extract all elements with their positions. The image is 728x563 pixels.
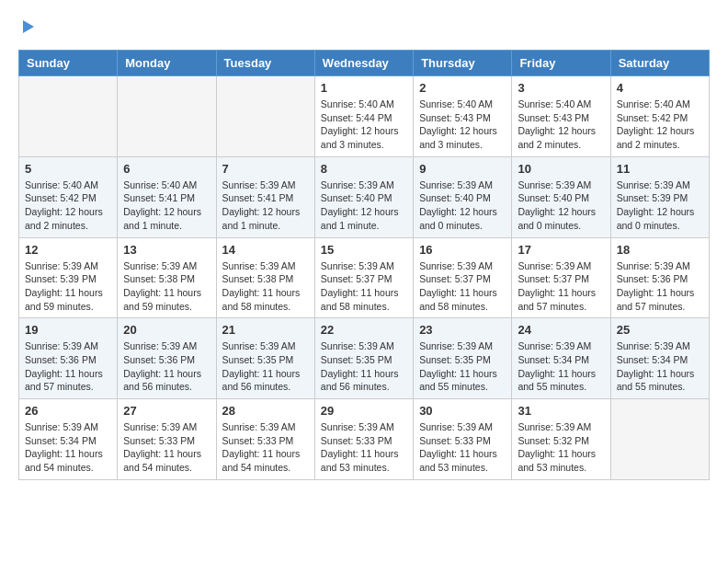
- day-of-week-header: Monday: [118, 51, 216, 76]
- day-info: Sunrise: 5:39 AM Sunset: 5:37 PM Dayligh…: [419, 259, 506, 314]
- day-info: Sunrise: 5:39 AM Sunset: 5:41 PM Dayligh…: [222, 178, 309, 233]
- day-info: Sunrise: 5:39 AM Sunset: 5:36 PM Dayligh…: [123, 339, 210, 394]
- day-info: Sunrise: 5:40 AM Sunset: 5:44 PM Dayligh…: [321, 98, 407, 152]
- day-number: 3: [518, 81, 604, 95]
- calendar-day-cell: [19, 76, 118, 157]
- day-of-week-header: Sunday: [19, 51, 118, 76]
- calendar-week-row: 5Sunrise: 5:40 AM Sunset: 5:42 PM Daylig…: [19, 156, 710, 237]
- day-info: Sunrise: 5:39 AM Sunset: 5:40 PM Dayligh…: [518, 178, 604, 233]
- day-number: 2: [419, 81, 506, 95]
- day-info: Sunrise: 5:39 AM Sunset: 5:40 PM Dayligh…: [419, 178, 506, 233]
- calendar-day-cell: [118, 76, 216, 157]
- calendar-header-row: SundayMondayTuesdayWednesdayThursdayFrid…: [19, 51, 710, 76]
- calendar-day-cell: 19Sunrise: 5:39 AM Sunset: 5:36 PM Dayli…: [19, 318, 118, 399]
- day-number: 13: [123, 243, 210, 257]
- calendar-table: SundayMondayTuesdayWednesdayThursdayFrid…: [18, 50, 710, 480]
- day-info: Sunrise: 5:39 AM Sunset: 5:36 PM Dayligh…: [617, 259, 703, 314]
- calendar-week-row: 1Sunrise: 5:40 AM Sunset: 5:44 PM Daylig…: [19, 76, 710, 157]
- day-info: Sunrise: 5:39 AM Sunset: 5:34 PM Dayligh…: [518, 339, 604, 394]
- calendar-day-cell: 25Sunrise: 5:39 AM Sunset: 5:34 PM Dayli…: [610, 318, 709, 399]
- calendar-day-cell: 22Sunrise: 5:39 AM Sunset: 5:35 PM Dayli…: [314, 318, 413, 399]
- day-number: 9: [419, 162, 506, 176]
- day-of-week-header: Tuesday: [216, 51, 314, 76]
- calendar-day-cell: 12Sunrise: 5:39 AM Sunset: 5:39 PM Dayli…: [19, 237, 118, 318]
- day-info: Sunrise: 5:39 AM Sunset: 5:34 PM Dayligh…: [25, 420, 111, 475]
- calendar-day-cell: 11Sunrise: 5:39 AM Sunset: 5:39 PM Dayli…: [610, 156, 709, 237]
- calendar-day-cell: 13Sunrise: 5:39 AM Sunset: 5:38 PM Dayli…: [118, 237, 216, 318]
- calendar-day-cell: 17Sunrise: 5:39 AM Sunset: 5:37 PM Dayli…: [512, 237, 610, 318]
- day-number: 29: [321, 404, 407, 418]
- day-info: Sunrise: 5:39 AM Sunset: 5:38 PM Dayligh…: [123, 259, 210, 314]
- day-number: 25: [617, 323, 703, 337]
- day-info: Sunrise: 5:39 AM Sunset: 5:38 PM Dayligh…: [222, 259, 309, 314]
- calendar-day-cell: [216, 76, 314, 157]
- day-info: Sunrise: 5:39 AM Sunset: 5:34 PM Dayligh…: [617, 339, 703, 394]
- logo: [18, 18, 37, 35]
- calendar-day-cell: 28Sunrise: 5:39 AM Sunset: 5:33 PM Dayli…: [216, 399, 314, 480]
- day-number: 6: [123, 162, 210, 176]
- calendar-day-cell: 5Sunrise: 5:40 AM Sunset: 5:42 PM Daylig…: [19, 156, 118, 237]
- day-number: 1: [321, 81, 407, 95]
- calendar-day-cell: 2Sunrise: 5:40 AM Sunset: 5:43 PM Daylig…: [414, 76, 512, 157]
- day-of-week-header: Friday: [512, 51, 610, 76]
- calendar-day-cell: 24Sunrise: 5:39 AM Sunset: 5:34 PM Dayli…: [512, 318, 610, 399]
- day-number: 4: [617, 81, 703, 95]
- svg-marker-0: [23, 20, 34, 33]
- day-number: 31: [518, 404, 604, 418]
- day-number: 27: [123, 404, 210, 418]
- calendar-day-cell: 26Sunrise: 5:39 AM Sunset: 5:34 PM Dayli…: [19, 399, 118, 480]
- day-info: Sunrise: 5:39 AM Sunset: 5:37 PM Dayligh…: [518, 259, 604, 314]
- day-info: Sunrise: 5:39 AM Sunset: 5:32 PM Dayligh…: [518, 420, 604, 475]
- calendar-day-cell: 31Sunrise: 5:39 AM Sunset: 5:32 PM Dayli…: [512, 399, 610, 480]
- calendar-week-row: 19Sunrise: 5:39 AM Sunset: 5:36 PM Dayli…: [19, 318, 710, 399]
- day-number: 28: [222, 404, 309, 418]
- day-number: 23: [419, 323, 506, 337]
- day-info: Sunrise: 5:39 AM Sunset: 5:35 PM Dayligh…: [321, 339, 407, 394]
- day-number: 30: [419, 404, 506, 418]
- calendar-day-cell: 15Sunrise: 5:39 AM Sunset: 5:37 PM Dayli…: [314, 237, 413, 318]
- day-info: Sunrise: 5:39 AM Sunset: 5:39 PM Dayligh…: [617, 178, 703, 233]
- day-info: Sunrise: 5:39 AM Sunset: 5:33 PM Dayligh…: [222, 420, 309, 475]
- calendar-day-cell: 16Sunrise: 5:39 AM Sunset: 5:37 PM Dayli…: [414, 237, 512, 318]
- calendar-day-cell: [610, 399, 709, 480]
- day-info: Sunrise: 5:39 AM Sunset: 5:33 PM Dayligh…: [123, 420, 210, 475]
- day-info: Sunrise: 5:40 AM Sunset: 5:43 PM Dayligh…: [419, 98, 506, 152]
- day-info: Sunrise: 5:40 AM Sunset: 5:41 PM Dayligh…: [123, 178, 210, 233]
- calendar-day-cell: 1Sunrise: 5:40 AM Sunset: 5:44 PM Daylig…: [314, 76, 413, 157]
- day-info: Sunrise: 5:39 AM Sunset: 5:35 PM Dayligh…: [222, 339, 309, 394]
- calendar-day-cell: 27Sunrise: 5:39 AM Sunset: 5:33 PM Dayli…: [118, 399, 216, 480]
- day-number: 18: [617, 243, 703, 257]
- calendar-day-cell: 29Sunrise: 5:39 AM Sunset: 5:33 PM Dayli…: [314, 399, 413, 480]
- day-of-week-header: Wednesday: [314, 51, 413, 76]
- day-of-week-header: Saturday: [610, 51, 709, 76]
- calendar-day-cell: 8Sunrise: 5:39 AM Sunset: 5:40 PM Daylig…: [314, 156, 413, 237]
- day-info: Sunrise: 5:39 AM Sunset: 5:39 PM Dayligh…: [25, 259, 111, 314]
- day-number: 24: [518, 323, 604, 337]
- calendar-day-cell: 20Sunrise: 5:39 AM Sunset: 5:36 PM Dayli…: [118, 318, 216, 399]
- calendar-day-cell: 21Sunrise: 5:39 AM Sunset: 5:35 PM Dayli…: [216, 318, 314, 399]
- day-number: 20: [123, 323, 210, 337]
- calendar-week-row: 26Sunrise: 5:39 AM Sunset: 5:34 PM Dayli…: [19, 399, 710, 480]
- calendar-day-cell: 18Sunrise: 5:39 AM Sunset: 5:36 PM Dayli…: [610, 237, 709, 318]
- day-info: Sunrise: 5:39 AM Sunset: 5:33 PM Dayligh…: [321, 420, 407, 475]
- day-of-week-header: Thursday: [414, 51, 512, 76]
- logo-arrow-icon: [19, 18, 36, 35]
- day-number: 16: [419, 243, 506, 257]
- page-header: [18, 18, 710, 35]
- day-number: 8: [321, 162, 407, 176]
- day-number: 21: [222, 323, 309, 337]
- day-number: 22: [321, 323, 407, 337]
- calendar-day-cell: 14Sunrise: 5:39 AM Sunset: 5:38 PM Dayli…: [216, 237, 314, 318]
- day-number: 15: [321, 243, 407, 257]
- calendar-day-cell: 7Sunrise: 5:39 AM Sunset: 5:41 PM Daylig…: [216, 156, 314, 237]
- calendar-day-cell: 4Sunrise: 5:40 AM Sunset: 5:42 PM Daylig…: [610, 76, 709, 157]
- calendar-day-cell: 10Sunrise: 5:39 AM Sunset: 5:40 PM Dayli…: [512, 156, 610, 237]
- calendar-day-cell: 30Sunrise: 5:39 AM Sunset: 5:33 PM Dayli…: [414, 399, 512, 480]
- day-number: 10: [518, 162, 604, 176]
- day-info: Sunrise: 5:40 AM Sunset: 5:42 PM Dayligh…: [617, 98, 703, 152]
- calendar-day-cell: 3Sunrise: 5:40 AM Sunset: 5:43 PM Daylig…: [512, 76, 610, 157]
- calendar-week-row: 12Sunrise: 5:39 AM Sunset: 5:39 PM Dayli…: [19, 237, 710, 318]
- day-number: 14: [222, 243, 309, 257]
- calendar-day-cell: 23Sunrise: 5:39 AM Sunset: 5:35 PM Dayli…: [414, 318, 512, 399]
- day-info: Sunrise: 5:39 AM Sunset: 5:35 PM Dayligh…: [419, 339, 506, 394]
